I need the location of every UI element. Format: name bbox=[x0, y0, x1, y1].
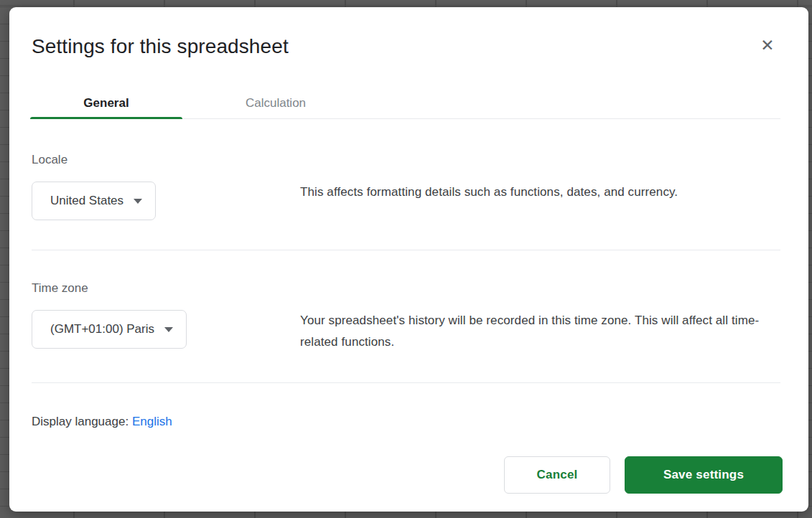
close-icon: ✕ bbox=[760, 37, 774, 54]
cancel-button[interactable]: Cancel bbox=[504, 456, 610, 494]
dialog-header: Settings for this spreadsheet ✕ bbox=[9, 7, 808, 60]
display-language-row: Display language: English bbox=[32, 383, 780, 432]
dialog-title: Settings for this spreadsheet bbox=[32, 33, 786, 60]
locale-section: Locale United States This affects format… bbox=[32, 119, 780, 250]
locale-label: Locale bbox=[32, 151, 780, 169]
display-language-link[interactable]: English bbox=[132, 415, 172, 428]
timezone-dropdown-value: (GMT+01:00) Paris bbox=[50, 322, 154, 336]
locale-description: This affects formatting details such as … bbox=[300, 182, 767, 203]
dialog-content: Locale United States This affects format… bbox=[9, 119, 808, 432]
chevron-down-icon bbox=[134, 199, 142, 204]
tab-calculation-label: Calculation bbox=[246, 96, 306, 110]
timezone-section: Time zone (GMT+01:00) Paris Your spreads… bbox=[32, 250, 780, 383]
tab-general[interactable]: General bbox=[30, 88, 182, 118]
locale-dropdown-value: United States bbox=[50, 194, 123, 208]
dialog-footer: Cancel Save settings bbox=[504, 456, 783, 494]
chevron-down-icon bbox=[164, 327, 173, 332]
save-settings-button[interactable]: Save settings bbox=[625, 456, 783, 494]
timezone-description: Your spreadsheet's history will be recor… bbox=[300, 310, 767, 353]
tab-bar: General Calculation bbox=[32, 88, 780, 119]
dimmed-spreadsheet-backdrop: { "dialog": { "title": "Settings for thi… bbox=[0, 0, 812, 518]
close-button[interactable]: ✕ bbox=[757, 34, 778, 56]
tab-calculation[interactable]: Calculation bbox=[182, 88, 369, 118]
display-language-label: Display language: bbox=[32, 415, 129, 428]
locale-dropdown[interactable]: United States bbox=[32, 182, 156, 220]
spreadsheet-settings-dialog: Settings for this spreadsheet ✕ General … bbox=[9, 7, 808, 512]
timezone-label: Time zone bbox=[32, 279, 780, 298]
timezone-dropdown[interactable]: (GMT+01:00) Paris bbox=[32, 310, 187, 349]
tab-general-label: General bbox=[83, 96, 129, 110]
